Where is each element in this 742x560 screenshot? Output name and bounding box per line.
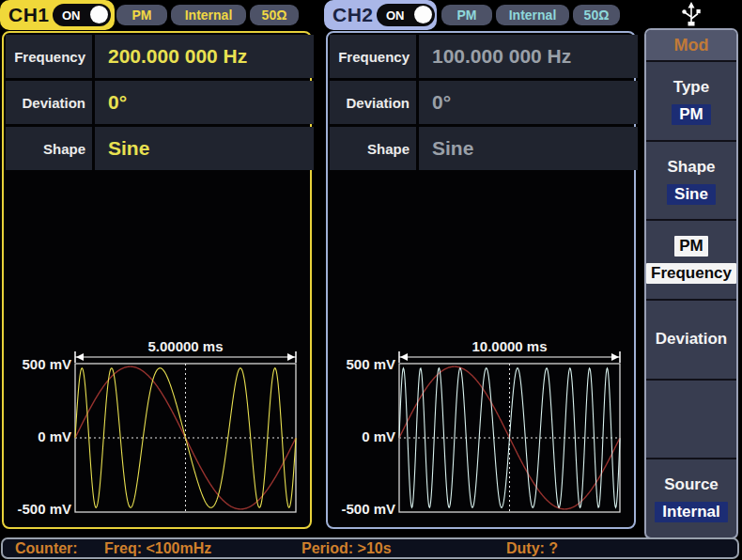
softkey-pm-label: PM: [674, 236, 708, 257]
ch2-ylabel-mid: 0 mV: [328, 428, 395, 444]
ch2-source-badge: Internal: [496, 5, 569, 25]
ch1-ylabel-top: 500 mV: [4, 356, 71, 372]
counter-period: Period: >10s: [301, 539, 392, 557]
ch1-source-badge: Internal: [171, 5, 246, 25]
softkey-type-label: Type: [669, 77, 714, 98]
ch1-deviation-label: Deviation: [6, 81, 92, 124]
softkey-shape-label: Shape: [662, 157, 719, 178]
ch2-mod-badge: PM: [441, 5, 492, 25]
ch2-shape-label: Shape: [330, 127, 416, 170]
ch1-ylabel-bottom: -500 mV: [4, 501, 71, 517]
softkey-empty[interactable]: [646, 379, 736, 459]
ch1-tab-label: CH1: [0, 4, 50, 26]
softkey-deviation[interactable]: Deviation: [646, 299, 736, 379]
ch2-on-label: ON: [377, 8, 405, 23]
ch2-toggle-knob: [414, 6, 432, 23]
softkey-type-value: PM: [672, 104, 711, 125]
ch2-deviation-label: Deviation: [330, 81, 416, 124]
ch1-mod-badge: PM: [116, 5, 167, 25]
ch1-shape-value: Sine: [95, 127, 314, 170]
ch1-ylabel-mid: 0 mV: [4, 428, 71, 444]
ch2-frequency-value: 100.000 000 Hz: [419, 35, 638, 78]
counter-duty: Duty: ?: [506, 539, 558, 557]
softkey-deviation-label: Deviation: [651, 329, 733, 350]
ch2-ylabel-bottom: -500 mV: [328, 501, 395, 517]
ch1-frequency-label: Frequency: [6, 35, 92, 78]
softkey-source-label: Source: [659, 474, 723, 495]
ch1-impedance-badge: 50Ω: [250, 5, 299, 25]
usb-icon: [678, 2, 704, 27]
softkey-frequency-label: Frequency: [646, 263, 736, 284]
ch2-waveform-plot: [397, 341, 623, 516]
ch2-shape-value: Sine: [419, 127, 638, 170]
menu-title: Mod: [646, 30, 736, 60]
ch2-tab-label: CH2: [324, 4, 374, 26]
softkey-shape[interactable]: Shape Sine: [646, 140, 736, 220]
softkey-source[interactable]: Source Internal: [646, 458, 736, 537]
ch1-frequency-value: 200.000 000 Hz: [95, 35, 314, 78]
ch1-toggle-knob: [90, 6, 108, 23]
softkey-shape-value: Sine: [667, 184, 716, 205]
ch1-deviation-value: 0°: [95, 81, 314, 124]
ch2-impedance-badge: 50Ω: [573, 5, 620, 25]
counter-freq: Freq: <100mHz: [104, 539, 211, 557]
softkey-menu: Mod Type PM Shape Sine PM Frequency Devi…: [644, 28, 738, 539]
ch2-ylabel-top: 500 mV: [328, 356, 395, 372]
ch1-on-label: ON: [53, 8, 81, 23]
counter-statusbar: Counter: Freq: <100mHz Period: >10s Duty…: [1, 537, 739, 559]
counter-label: Counter:: [15, 539, 78, 557]
ch2-deviation-value: 0°: [419, 81, 638, 124]
ch2-on-toggle[interactable]: ON: [377, 4, 435, 26]
softkey-type[interactable]: Type PM: [646, 60, 736, 140]
ch1-on-toggle[interactable]: ON: [53, 4, 111, 26]
softkey-pm-frequency[interactable]: PM Frequency: [646, 219, 736, 299]
ch1-shape-label: Shape: [6, 127, 92, 170]
ch1-waveform-plot: [73, 341, 299, 516]
ch2-frequency-label: Frequency: [330, 35, 416, 78]
softkey-source-value: Internal: [655, 502, 727, 522]
